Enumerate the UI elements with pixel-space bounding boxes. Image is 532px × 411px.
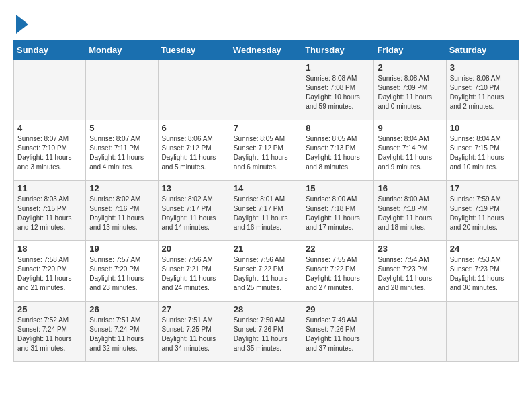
day-info: Sunrise: 7:50 AM Sunset: 7:26 PM Dayligh…	[234, 316, 298, 353]
calendar-cell	[86, 60, 158, 120]
header-wednesday: Wednesday	[230, 41, 302, 60]
calendar-cell: 27Sunrise: 7:51 AM Sunset: 7:25 PM Dayli…	[158, 302, 230, 362]
day-number: 29	[306, 304, 370, 314]
day-number: 13	[162, 183, 226, 193]
calendar-cell: 21Sunrise: 7:56 AM Sunset: 7:22 PM Dayli…	[230, 241, 302, 302]
day-number: 11	[17, 183, 82, 193]
calendar-cell: 18Sunrise: 7:58 AM Sunset: 7:20 PM Dayli…	[14, 241, 86, 302]
calendar-cell: 24Sunrise: 7:53 AM Sunset: 7:23 PM Dayli…	[446, 241, 518, 302]
calendar-cell: 25Sunrise: 7:52 AM Sunset: 7:24 PM Dayli…	[14, 302, 86, 362]
day-number: 3	[450, 62, 515, 73]
calendar-cell: 10Sunrise: 8:04 AM Sunset: 7:15 PM Dayli…	[446, 120, 518, 181]
calendar-cell: 14Sunrise: 8:01 AM Sunset: 7:17 PM Dayli…	[230, 181, 302, 241]
day-info: Sunrise: 7:56 AM Sunset: 7:21 PM Dayligh…	[162, 255, 226, 293]
day-info: Sunrise: 8:05 AM Sunset: 7:12 PM Dayligh…	[234, 134, 298, 172]
day-info: Sunrise: 7:58 AM Sunset: 7:20 PM Dayligh…	[17, 255, 82, 293]
day-number: 9	[378, 123, 442, 133]
day-info: Sunrise: 8:02 AM Sunset: 7:16 PM Dayligh…	[89, 195, 154, 232]
day-info: Sunrise: 8:04 AM Sunset: 7:15 PM Dayligh…	[450, 134, 515, 172]
calendar-cell	[14, 60, 86, 120]
day-number: 24	[450, 244, 515, 254]
day-info: Sunrise: 8:03 AM Sunset: 7:15 PM Dayligh…	[17, 195, 82, 232]
calendar-cell: 23Sunrise: 7:54 AM Sunset: 7:23 PM Dayli…	[374, 241, 446, 302]
day-number: 26	[89, 304, 154, 314]
calendar-cell: 13Sunrise: 8:02 AM Sunset: 7:17 PM Dayli…	[158, 181, 230, 241]
day-info: Sunrise: 7:51 AM Sunset: 7:25 PM Dayligh…	[162, 316, 226, 353]
day-number: 14	[234, 183, 298, 193]
day-info: Sunrise: 8:02 AM Sunset: 7:17 PM Dayligh…	[162, 195, 226, 232]
day-number: 20	[162, 244, 226, 254]
day-number: 4	[17, 123, 82, 133]
day-info: Sunrise: 8:00 AM Sunset: 7:18 PM Dayligh…	[378, 195, 442, 232]
calendar-cell: 22Sunrise: 7:55 AM Sunset: 7:22 PM Dayli…	[302, 241, 374, 302]
logo	[13, 13, 28, 34]
day-number: 8	[306, 123, 370, 133]
day-info: Sunrise: 7:56 AM Sunset: 7:22 PM Dayligh…	[234, 255, 298, 293]
day-number: 7	[234, 123, 298, 133]
day-info: Sunrise: 7:53 AM Sunset: 7:23 PM Dayligh…	[450, 255, 515, 293]
day-info: Sunrise: 8:08 AM Sunset: 7:08 PM Dayligh…	[306, 74, 370, 111]
calendar-cell: 17Sunrise: 7:59 AM Sunset: 7:19 PM Dayli…	[446, 181, 518, 241]
calendar-cell: 16Sunrise: 8:00 AM Sunset: 7:18 PM Dayli…	[374, 181, 446, 241]
calendar-cell: 1Sunrise: 8:08 AM Sunset: 7:08 PM Daylig…	[302, 60, 374, 120]
day-info: Sunrise: 7:51 AM Sunset: 7:24 PM Dayligh…	[89, 316, 154, 353]
day-number: 17	[450, 183, 515, 193]
header-sunday: Sunday	[14, 41, 86, 60]
day-info: Sunrise: 8:06 AM Sunset: 7:12 PM Dayligh…	[162, 134, 226, 172]
calendar-cell: 19Sunrise: 7:57 AM Sunset: 7:20 PM Dayli…	[86, 241, 158, 302]
calendar-week-row: 25Sunrise: 7:52 AM Sunset: 7:24 PM Dayli…	[14, 302, 519, 362]
day-number: 6	[162, 123, 226, 133]
day-number: 28	[234, 304, 298, 314]
calendar-cell: 11Sunrise: 8:03 AM Sunset: 7:15 PM Dayli…	[14, 181, 86, 241]
calendar-cell	[158, 60, 230, 120]
calendar-cell: 29Sunrise: 7:49 AM Sunset: 7:26 PM Dayli…	[302, 302, 374, 362]
day-info: Sunrise: 8:05 AM Sunset: 7:13 PM Dayligh…	[306, 134, 370, 172]
calendar-cell: 12Sunrise: 8:02 AM Sunset: 7:16 PM Dayli…	[86, 181, 158, 241]
calendar-week-row: 18Sunrise: 7:58 AM Sunset: 7:20 PM Dayli…	[14, 241, 519, 302]
day-number: 23	[378, 244, 442, 254]
day-info: Sunrise: 8:07 AM Sunset: 7:10 PM Dayligh…	[17, 134, 82, 172]
calendar-cell	[446, 302, 518, 362]
calendar-header-row: SundayMondayTuesdayWednesdayThursdayFrid…	[14, 41, 519, 60]
header-friday: Friday	[374, 41, 446, 60]
header-saturday: Saturday	[446, 41, 518, 60]
day-number: 2	[378, 62, 442, 73]
calendar-cell: 4Sunrise: 8:07 AM Sunset: 7:10 PM Daylig…	[14, 120, 86, 181]
day-info: Sunrise: 7:57 AM Sunset: 7:20 PM Dayligh…	[89, 255, 154, 293]
day-number: 15	[306, 183, 370, 193]
calendar-cell: 20Sunrise: 7:56 AM Sunset: 7:21 PM Dayli…	[158, 241, 230, 302]
header-monday: Monday	[86, 41, 158, 60]
day-number: 18	[17, 244, 82, 254]
calendar-cell: 15Sunrise: 8:00 AM Sunset: 7:18 PM Dayli…	[302, 181, 374, 241]
day-info: Sunrise: 8:08 AM Sunset: 7:09 PM Dayligh…	[378, 74, 442, 111]
day-info: Sunrise: 7:55 AM Sunset: 7:22 PM Dayligh…	[306, 255, 370, 293]
day-info: Sunrise: 8:04 AM Sunset: 7:14 PM Dayligh…	[378, 134, 442, 172]
calendar-week-row: 4Sunrise: 8:07 AM Sunset: 7:10 PM Daylig…	[14, 120, 519, 181]
calendar-cell: 28Sunrise: 7:50 AM Sunset: 7:26 PM Dayli…	[230, 302, 302, 362]
day-number: 21	[234, 244, 298, 254]
calendar-cell	[374, 302, 446, 362]
day-info: Sunrise: 8:07 AM Sunset: 7:11 PM Dayligh…	[89, 134, 154, 172]
calendar-cell: 6Sunrise: 8:06 AM Sunset: 7:12 PM Daylig…	[158, 120, 230, 181]
day-number: 1	[306, 62, 370, 73]
header-thursday: Thursday	[302, 41, 374, 60]
day-info: Sunrise: 8:08 AM Sunset: 7:10 PM Dayligh…	[450, 74, 515, 111]
day-number: 25	[17, 304, 82, 314]
day-number: 12	[89, 183, 154, 193]
day-number: 27	[162, 304, 226, 314]
day-info: Sunrise: 7:54 AM Sunset: 7:23 PM Dayligh…	[378, 255, 442, 293]
day-info: Sunrise: 7:59 AM Sunset: 7:19 PM Dayligh…	[450, 195, 515, 232]
day-info: Sunrise: 7:49 AM Sunset: 7:26 PM Dayligh…	[306, 316, 370, 353]
day-info: Sunrise: 8:01 AM Sunset: 7:17 PM Dayligh…	[234, 195, 298, 232]
day-number: 10	[450, 123, 515, 133]
day-info: Sunrise: 7:52 AM Sunset: 7:24 PM Dayligh…	[17, 316, 82, 353]
header-tuesday: Tuesday	[158, 41, 230, 60]
day-number: 19	[89, 244, 154, 254]
day-number: 16	[378, 183, 442, 193]
day-info: Sunrise: 8:00 AM Sunset: 7:18 PM Dayligh…	[306, 195, 370, 232]
calendar-cell: 7Sunrise: 8:05 AM Sunset: 7:12 PM Daylig…	[230, 120, 302, 181]
calendar-cell: 8Sunrise: 8:05 AM Sunset: 7:13 PM Daylig…	[302, 120, 374, 181]
calendar-cell: 3Sunrise: 8:08 AM Sunset: 7:10 PM Daylig…	[446, 60, 518, 120]
calendar-cell: 26Sunrise: 7:51 AM Sunset: 7:24 PM Dayli…	[86, 302, 158, 362]
calendar-week-row: 11Sunrise: 8:03 AM Sunset: 7:15 PM Dayli…	[14, 181, 519, 241]
